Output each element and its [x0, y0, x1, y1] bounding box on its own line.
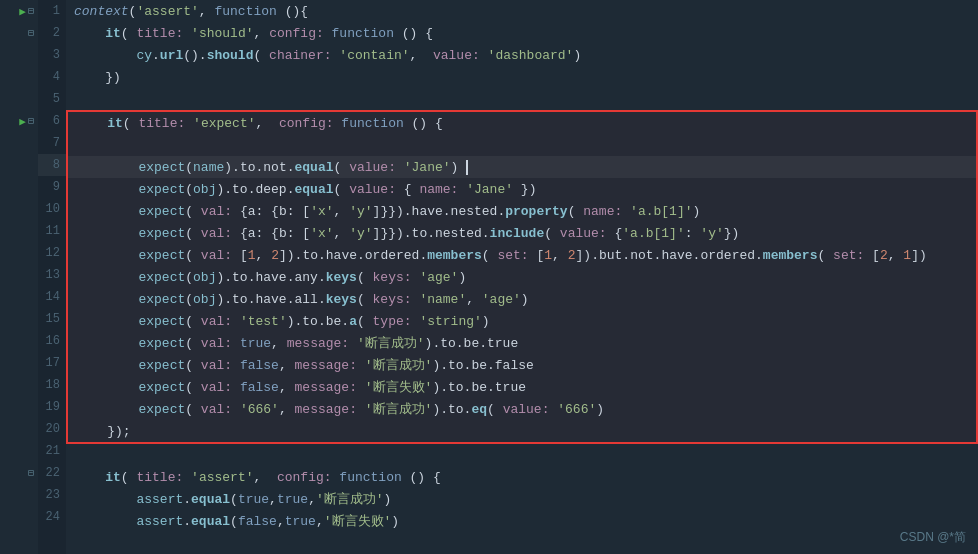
t-be16: be.: [464, 336, 487, 351]
indicator-row-7: [0, 132, 38, 154]
t-msg23: '断言成功': [316, 490, 384, 508]
code-line-1: context('assert', function (){: [66, 0, 978, 22]
t-keys13: keys: [326, 270, 357, 285]
ln-7: 7: [38, 132, 66, 154]
t-com12: ,: [256, 248, 264, 263]
code-line-2: it( title: 'should', config: function ()…: [66, 22, 978, 44]
t-to16: to.: [440, 336, 463, 351]
t-2c-12: 2: [880, 248, 888, 263]
t-keys-label14: keys:: [373, 292, 412, 307]
t-closearr12b: ]: [576, 248, 584, 263]
t-type15: type:: [373, 314, 412, 329]
t-close13b: ): [458, 270, 466, 285]
indicator-row-9: [0, 176, 38, 198]
ln-15: 15: [38, 308, 66, 330]
ln-5: 5: [38, 88, 66, 110]
sp11g: [607, 226, 615, 241]
token-expect-16: expect: [138, 336, 185, 351]
ln-22: 22: [38, 462, 66, 484]
t-abracket10: 'a.b[1]': [630, 204, 692, 219]
token-val-10: val:: [201, 204, 232, 219]
sp18b: [232, 380, 240, 395]
t-x11: 'x': [310, 226, 333, 241]
t-p16: (: [185, 336, 193, 351]
sp12g: [825, 248, 833, 263]
sp19: [193, 402, 201, 417]
t-true24: true: [285, 514, 316, 529]
token-config-6: config:: [279, 116, 334, 131]
t-false18: false: [240, 380, 279, 395]
t-close10b: ): [693, 204, 701, 219]
sp10e: [341, 204, 349, 219]
code-line-3: cy.url().should( chainer: 'contain', val…: [66, 44, 978, 66]
t-msg24: '断言失败': [324, 512, 392, 530]
sp16b: [232, 336, 240, 351]
indicator-row-17: [0, 352, 38, 374]
c6: ,: [256, 116, 264, 131]
code-line-6: it( title: 'expect', config: function ()…: [68, 112, 976, 134]
code-line-11: expect( val: {a: {b: ['x', 'y']}}).to.ne…: [68, 222, 976, 244]
ln-2: 2: [38, 22, 66, 44]
code-line-12: expect( val: [1, 2]).to.have.ordered.mem…: [68, 244, 976, 266]
ln-18: 18: [38, 374, 66, 396]
t-p9: (: [185, 182, 193, 197]
t-close14b: ): [521, 292, 529, 307]
collapse-1[interactable]: ⊟: [28, 5, 34, 17]
t-brace10: {a:: [240, 204, 263, 219]
t-1c-12: 1: [903, 248, 911, 263]
t-p12: (: [185, 248, 193, 263]
sp8: [341, 160, 349, 175]
t-close15: ).: [287, 314, 303, 329]
c17: ,: [279, 358, 287, 373]
t-p14b: (: [357, 292, 365, 307]
t-close23: ): [384, 492, 392, 507]
t-p19b: (: [487, 402, 495, 417]
sp11e: [341, 226, 349, 241]
token-expect-14: expect: [138, 292, 185, 307]
token-value-label: value:: [433, 48, 480, 63]
s2: [261, 26, 269, 41]
t-com12b: ,: [552, 248, 560, 263]
t-true23: true: [238, 492, 269, 507]
indicator-row-16: [0, 330, 38, 352]
t-y11: 'y': [349, 226, 372, 241]
code-line-21: [66, 444, 978, 466]
ln-6: 6: [38, 110, 66, 132]
collapse-2[interactable]: ⊟: [28, 27, 34, 39]
sp18: [193, 380, 201, 395]
sp19b: [232, 402, 240, 417]
token-comma: ,: [199, 4, 207, 19]
t-com12c: ,: [888, 248, 896, 263]
token-expect-8: expect: [138, 160, 185, 175]
sp9e: [513, 182, 521, 197]
code-line-23: assert.equal(true,true,'断言成功'): [66, 488, 978, 510]
token-punc: (: [129, 4, 137, 19]
sp2: [332, 48, 340, 63]
indicator-row-5: [0, 88, 38, 110]
sp17: [193, 358, 201, 373]
token-expect-10: expect: [138, 204, 185, 219]
t-p13: (: [185, 270, 193, 285]
sp10c: [263, 204, 271, 219]
t-close8: ).: [224, 160, 240, 175]
sp22: [129, 470, 137, 485]
ln-17: 17: [38, 352, 66, 374]
token-contain: 'contain': [339, 48, 409, 63]
sp10g: [622, 204, 630, 219]
sp9d: [458, 182, 466, 197]
t-p8: (: [185, 160, 193, 175]
token-expect-11: expect: [138, 226, 185, 241]
t-have14: have.: [255, 292, 294, 307]
token-chainer: chainer:: [269, 48, 331, 63]
code-line-16: expect( val: true, message: '断言成功').to.b…: [68, 332, 976, 354]
arrow-1: ▶: [19, 5, 26, 18]
t-close11b: }): [724, 226, 740, 241]
indicator-row-21: [0, 440, 38, 462]
token-not-8: not.: [263, 160, 294, 175]
t-brace11: {a:: [240, 226, 263, 241]
collapse-22[interactable]: ⊟: [28, 467, 34, 479]
collapse-6[interactable]: ⊟: [28, 115, 34, 127]
sp18c: [287, 380, 295, 395]
c14: ,: [466, 292, 474, 307]
token-function: function: [214, 4, 276, 19]
